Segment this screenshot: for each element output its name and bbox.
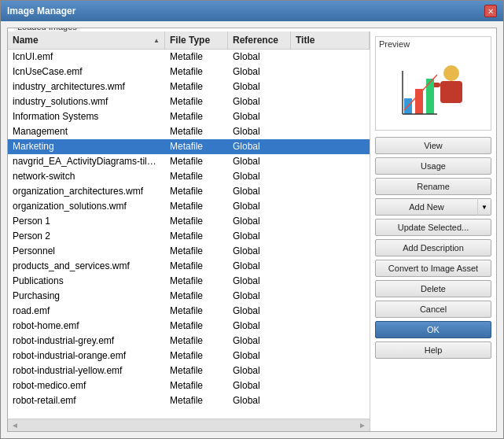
table-row[interactable]: MarketingMetafileGlobal bbox=[8, 139, 370, 154]
add-new-button[interactable]: Add New bbox=[375, 198, 477, 216]
cell-title bbox=[291, 154, 370, 168]
cell-title bbox=[291, 334, 370, 348]
cell-filetype: Metafile bbox=[165, 378, 228, 393]
cell-title bbox=[291, 214, 370, 228]
table-row[interactable]: PublicationsMetafileGlobal bbox=[8, 274, 370, 289]
cell-reference: Global bbox=[228, 363, 291, 378]
cell-name: robot-home.emf bbox=[8, 319, 165, 333]
convert-to-image-asset-button[interactable]: Convert to Image Asset bbox=[375, 260, 491, 277]
svg-rect-3 bbox=[453, 83, 462, 87]
cell-name: industry_solutions.wmf bbox=[8, 94, 165, 109]
cell-name: IcnUseCase.emf bbox=[8, 65, 165, 79]
update-selected-button[interactable]: Update Selected... bbox=[375, 219, 491, 236]
table-row[interactable]: navgrid_EA_ActivityDiagrams-tile.emfMeta… bbox=[8, 154, 370, 169]
cell-reference: Global bbox=[228, 378, 291, 393]
preview-label: Preview bbox=[376, 37, 491, 50]
cancel-button[interactable]: Cancel bbox=[375, 301, 491, 318]
table-row[interactable]: industry_architectures.wmfMetafileGlobal bbox=[8, 79, 370, 94]
cell-name: Marketing bbox=[8, 139, 165, 153]
cell-name: Management bbox=[8, 124, 165, 138]
table-row[interactable]: robot-home.emfMetafileGlobal bbox=[8, 319, 370, 334]
loaded-images-group: Loaded Images Name ▲ File Type Reference bbox=[7, 28, 497, 432]
cell-filetype: Metafile bbox=[165, 169, 228, 183]
table-row[interactable]: robot-retail.emfMetafileGlobal bbox=[8, 393, 370, 408]
cell-name: IcnUI.emf bbox=[8, 50, 165, 64]
add-new-dropdown-button[interactable]: ▼ bbox=[477, 198, 491, 216]
table-row[interactable]: ManagementMetafileGlobal bbox=[8, 124, 370, 139]
cell-reference: Global bbox=[228, 94, 291, 109]
table-row[interactable]: IcnUseCase.emfMetafileGlobal bbox=[8, 65, 370, 79]
cell-title bbox=[291, 65, 370, 79]
table-row[interactable]: robot-industrial-orange.emfMetafileGloba… bbox=[8, 349, 370, 363]
cell-filetype: Metafile bbox=[165, 289, 228, 303]
close-button[interactable]: ✕ bbox=[484, 5, 497, 17]
table-row[interactable]: robot-industrial-grey.emfMetafileGlobal bbox=[8, 334, 370, 349]
table-row[interactable]: road.emfMetafileGlobal bbox=[8, 304, 370, 319]
table-row[interactable]: robot-medico.emfMetafileGlobal bbox=[8, 378, 370, 393]
ok-button[interactable]: OK bbox=[375, 321, 491, 338]
table-row[interactable]: network-switchMetafileGlobal bbox=[8, 169, 370, 184]
table-row[interactable]: robot-industrial-yellow.emfMetafileGloba… bbox=[8, 363, 370, 378]
view-button[interactable]: View bbox=[375, 137, 491, 154]
cell-reference: Global bbox=[228, 184, 291, 198]
cell-name: road.emf bbox=[8, 304, 165, 318]
add-description-button[interactable]: Add Description bbox=[375, 239, 491, 256]
table-row[interactable]: Person 2MetafileGlobal bbox=[8, 229, 370, 244]
list-header: Name ▲ File Type Reference Title bbox=[8, 31, 370, 50]
table-row[interactable]: products_and_services.wmfMetafileGlobal bbox=[8, 259, 370, 274]
group-legend: Loaded Images bbox=[14, 28, 80, 31]
table-row[interactable]: industry_solutions.wmfMetafileGlobal bbox=[8, 94, 370, 109]
cell-filetype: Metafile bbox=[165, 79, 228, 94]
dialog-content: Loaded Images Name ▲ File Type Reference bbox=[1, 21, 503, 438]
cell-filetype: Metafile bbox=[165, 304, 228, 318]
cell-name: Information Systems bbox=[8, 109, 165, 124]
image-manager-dialog: Image Manager ✕ Loaded Images Name ▲ Fil… bbox=[0, 0, 504, 439]
cell-name: navgrid_EA_ActivityDiagrams-tile.emf bbox=[8, 154, 165, 168]
usage-button[interactable]: Usage bbox=[375, 157, 491, 175]
cell-title bbox=[291, 124, 370, 138]
list-body[interactable]: IcnUI.emfMetafileGlobalIcnUseCase.emfMet… bbox=[8, 50, 370, 419]
table-row[interactable]: IcnUI.emfMetafileGlobal bbox=[8, 50, 370, 65]
table-row[interactable]: organization_architectures.wmfMetafileGl… bbox=[8, 184, 370, 199]
cell-title bbox=[291, 259, 370, 273]
cell-filetype: Metafile bbox=[165, 124, 228, 138]
rename-button[interactable]: Rename bbox=[375, 178, 491, 195]
table-row[interactable]: PurchasingMetafileGlobal bbox=[8, 289, 370, 304]
list-panel: Name ▲ File Type Reference Title bbox=[8, 31, 370, 431]
cell-filetype: Metafile bbox=[165, 65, 228, 79]
cell-title bbox=[291, 363, 370, 378]
cell-reference: Global bbox=[228, 349, 291, 363]
cell-filetype: Metafile bbox=[165, 393, 228, 408]
cell-reference: Global bbox=[228, 289, 291, 303]
col-header-title: Title bbox=[291, 31, 370, 49]
cell-name: industry_architectures.wmf bbox=[8, 79, 165, 94]
table-row[interactable]: organization_solutions.wmfMetafileGlobal bbox=[8, 199, 370, 214]
title-bar-text: Image Manager bbox=[7, 6, 75, 17]
title-bar: Image Manager ✕ bbox=[1, 1, 503, 21]
cell-title bbox=[291, 79, 370, 94]
cell-name: organization_solutions.wmf bbox=[8, 199, 165, 213]
cell-name: products_and_services.wmf bbox=[8, 259, 165, 273]
cell-title bbox=[291, 109, 370, 124]
help-button[interactable]: Help bbox=[375, 341, 491, 359]
main-area: Name ▲ File Type Reference Title bbox=[8, 31, 496, 431]
cell-filetype: Metafile bbox=[165, 363, 228, 378]
cell-reference: Global bbox=[228, 393, 291, 408]
cell-filetype: Metafile bbox=[165, 154, 228, 168]
table-row[interactable]: PersonnelMetafileGlobal bbox=[8, 244, 370, 259]
table-row[interactable]: Person 1MetafileGlobal bbox=[8, 214, 370, 229]
cell-title bbox=[291, 184, 370, 198]
cell-filetype: Metafile bbox=[165, 349, 228, 363]
table-row[interactable]: Information SystemsMetafileGlobal bbox=[8, 109, 370, 124]
cell-filetype: Metafile bbox=[165, 274, 228, 288]
delete-button[interactable]: Delete bbox=[375, 280, 491, 297]
col-header-name[interactable]: Name ▲ bbox=[8, 31, 165, 49]
cell-reference: Global bbox=[228, 199, 291, 213]
horizontal-scrollbar[interactable]: ◄ ► bbox=[8, 419, 370, 431]
cell-filetype: Metafile bbox=[165, 244, 228, 258]
cell-filetype: Metafile bbox=[165, 199, 228, 213]
cell-filetype: Metafile bbox=[165, 334, 228, 348]
cell-reference: Global bbox=[228, 139, 291, 153]
sort-arrow-icon: ▲ bbox=[153, 37, 160, 44]
cell-name: Publications bbox=[8, 274, 165, 288]
